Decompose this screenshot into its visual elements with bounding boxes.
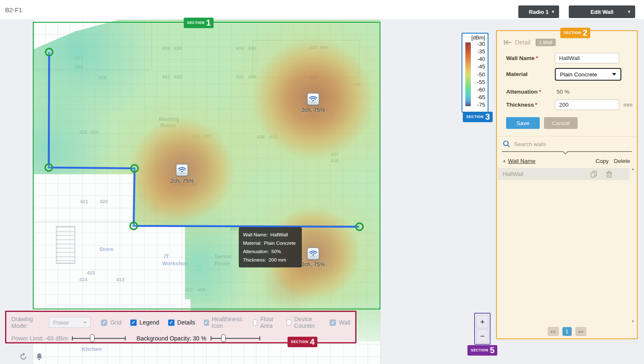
room-name-label: Room: [215, 260, 230, 267]
checkbox-box[interactable]: ✓: [101, 319, 107, 326]
wall-list-row[interactable]: HallWall: [498, 168, 630, 180]
wall-name-column-header[interactable]: Wall Name: [508, 158, 536, 164]
thickness-label: Thickness*: [506, 102, 537, 108]
attenuation-label: Attenuation*: [506, 89, 541, 95]
legend-value: -40: [472, 56, 485, 62]
copy-column-header[interactable]: Copy: [595, 158, 609, 164]
zoom-out-button[interactable]: −: [476, 329, 488, 343]
room-name-label: Workshop: [162, 260, 188, 267]
notification-bell-icon[interactable]: [36, 353, 43, 361]
room-number-label: 447: [330, 152, 338, 157]
checkbox-box[interactable]: [287, 319, 291, 326]
scroll-up-icon[interactable]: ▲: [631, 167, 635, 171]
legend-value: -60: [472, 87, 485, 92]
checkbox-floor-area[interactable]: Floor Area: [253, 316, 278, 329]
section-5-badge: SECTION5: [467, 345, 497, 356]
room-number-label: 438: [256, 134, 264, 139]
checkbox-legend[interactable]: ✓Legend: [130, 319, 159, 326]
room-number-label: 414: [79, 277, 87, 282]
room-number-label: 421: [80, 199, 88, 204]
layer-checkbox-group: ✓Grid✓Legend✓Details✓Healthiness IconFlo…: [101, 316, 350, 329]
checkbox-box[interactable]: ✓: [168, 319, 174, 326]
room-number-label: 444: [319, 45, 327, 50]
room-number-label: 426: [75, 65, 83, 70]
search-notch: [562, 149, 568, 155]
checkbox-grid[interactable]: ✓Grid: [101, 319, 121, 326]
room-number-label: 430: [162, 46, 170, 51]
checkbox-box[interactable]: ✓: [330, 319, 336, 326]
map-zoom-control: + −: [474, 313, 491, 345]
room-number-label: 431: [162, 74, 170, 79]
delete-column-header[interactable]: Delete: [614, 158, 630, 164]
room-name-label: IT: [164, 253, 169, 259]
wall-name-label: Wall Name*: [506, 55, 538, 61]
floor-title: B2-F1: [5, 6, 22, 13]
tooltip-row: Thickness:200 mm: [243, 256, 298, 264]
pagination-prev-button[interactable]: <<: [548, 327, 559, 336]
legend-value: -45: [472, 64, 485, 69]
access-point-icon[interactable]: [307, 93, 319, 105]
pagination: << 1 >>: [497, 327, 637, 336]
radio-dropdown-label: Radio 1: [529, 9, 549, 15]
room-name-label: Server: [215, 253, 232, 259]
checkbox-details[interactable]: ✓Details: [168, 319, 195, 326]
room-number-label: 433: [174, 74, 182, 79]
refresh-icon[interactable]: [19, 353, 27, 361]
checkbox-box[interactable]: ✓: [130, 319, 137, 326]
access-point-icon[interactable]: [176, 164, 188, 176]
legend-values: -30-35-40-45-50-55-60-65-75: [472, 41, 485, 107]
zoom-in-button[interactable]: +: [476, 315, 488, 328]
checkbox-wall[interactable]: ✓Wall: [330, 319, 350, 326]
wall-name-input[interactable]: [555, 53, 619, 63]
room-number-label: 448: [330, 158, 338, 163]
room-number-label: 443: [269, 134, 277, 139]
chevron-down-icon: [612, 73, 616, 76]
room-number-label: 415: [87, 270, 95, 275]
room-name-label: Room: [161, 122, 176, 128]
power-limit-slider-thumb[interactable]: [90, 334, 95, 342]
background-opacity-slider[interactable]: [211, 334, 260, 343]
room-number-label: 443: [309, 45, 317, 50]
room-number-label: 450: [230, 226, 238, 231]
material-label: Material: [506, 71, 528, 77]
power-limit-slider[interactable]: [72, 334, 126, 343]
collapse-panel-icon[interactable]: [504, 39, 512, 45]
material-select[interactable]: Plain Concrete: [555, 68, 621, 81]
signal-legend: [dBm] -30-35-40-45-50-55-60-65-75: [462, 33, 488, 113]
panel-divider: [497, 136, 637, 136]
search-walls-input[interactable]: [514, 141, 619, 147]
checkbox-healthiness-icon[interactable]: ✓Healthiness Icon: [204, 316, 244, 329]
wall-list-scrollbar[interactable]: ▲ ▼: [630, 166, 636, 324]
copy-icon[interactable]: [591, 171, 597, 178]
checkbox-box[interactable]: [253, 319, 257, 326]
drawing-mode-select[interactable]: Power: [49, 317, 91, 328]
tooltip-row: Material:Plain Concrete: [243, 239, 298, 247]
thickness-input[interactable]: [555, 100, 619, 110]
pagination-next-button[interactable]: >>: [575, 327, 586, 336]
radio-dropdown-button[interactable]: Radio 1 ▼: [518, 5, 559, 18]
trash-icon[interactable]: [606, 171, 612, 178]
wall-count-badge: 1 Wall: [536, 39, 556, 46]
checkbox-box[interactable]: ✓: [204, 319, 209, 326]
room-number-label: 456: [197, 287, 205, 292]
room-number-label: 425: [79, 130, 87, 135]
section-1-badge: SECTION1: [184, 18, 214, 28]
legend-value: -35: [472, 49, 485, 54]
section-4-badge: SECTION4: [288, 337, 317, 347]
wall-detail-panel: Detail 1 Wall Wall Name* Material Plain …: [496, 30, 638, 339]
cancel-button[interactable]: Cancel: [544, 117, 578, 129]
save-button[interactable]: Save: [506, 117, 540, 129]
edit-wall-dropdown-button[interactable]: Edit Wall ▼: [569, 5, 635, 18]
wall-tooltip: Wall Name:HallWallMaterial:Plain Concret…: [239, 227, 302, 267]
scroll-down-icon[interactable]: ▼: [631, 319, 635, 323]
wall-row-name: HallWall: [503, 171, 523, 177]
drawing-mode-label: Drawing Mode:: [11, 316, 45, 329]
pagination-page-1-button[interactable]: 1: [562, 327, 572, 336]
checkbox-label: Device Counter: [294, 316, 321, 329]
background-opacity-label: Background Opacity: 30 %: [137, 335, 206, 342]
floorplan-corridor-line: [33, 222, 134, 223]
sort-ascending-icon[interactable]: ∧: [503, 159, 506, 163]
background-opacity-slider-thumb[interactable]: [221, 334, 226, 342]
access-point-icon[interactable]: [307, 247, 319, 260]
checkbox-device-counter[interactable]: Device Counter: [287, 316, 321, 329]
